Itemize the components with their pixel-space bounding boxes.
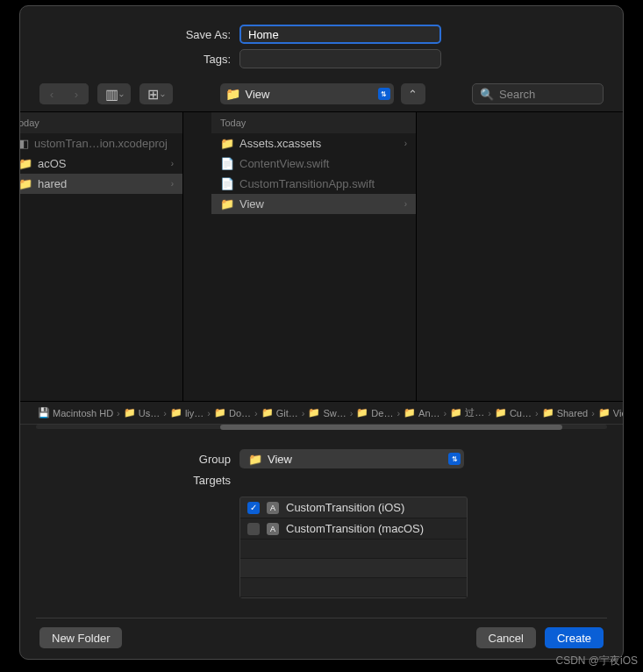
breadcrumb-item[interactable]: 📁De… <box>356 407 393 418</box>
folder-icon: 📁 <box>220 137 234 150</box>
list-item[interactable]: 📁acOS› <box>20 154 182 174</box>
view-mode-columns[interactable]: ▥ ⌵ <box>97 83 131 104</box>
breadcrumb-item[interactable]: 💾Macintosh HD <box>38 407 113 418</box>
chevron-left-icon: ‹ <box>50 88 54 101</box>
columns-icon: ▥ <box>105 86 118 103</box>
breadcrumb-label: De… <box>371 408 393 418</box>
breadcrumb: 💾Macintosh HD›📁Us…›📁liy…›📁Do…›📁Git…›📁Sw…… <box>20 402 623 425</box>
chevron-right-icon: › <box>444 408 447 418</box>
app-icon: A <box>267 502 279 514</box>
forward-button[interactable]: › <box>64 83 89 104</box>
search-input[interactable]: 🔍 Search <box>472 83 604 104</box>
cancel-button[interactable]: Cancel <box>476 627 536 648</box>
group-targets-section: Group 📁 View ⇅ Targets ✓ACustomTransitio… <box>20 429 623 607</box>
search-icon: 🔍 <box>480 88 494 101</box>
scroll-thumb[interactable] <box>220 425 562 430</box>
breadcrumb-item[interactable]: 📁Cu… <box>495 407 532 418</box>
breadcrumb-item[interactable]: 📁An… <box>404 407 439 418</box>
item-name: Assets.xcassets <box>239 137 399 150</box>
file-browser: oday ◧ustomTran…ion.xcodeproj📁acOS›📁hare… <box>20 111 623 402</box>
column-header: Today <box>211 112 416 133</box>
disk-icon: 💾 <box>38 407 50 418</box>
chevron-up-icon: ⌃ <box>408 88 418 101</box>
breadcrumb-item[interactable]: 📁Do… <box>214 407 251 418</box>
item-name: ContentView.swift <box>239 157 407 170</box>
horizontal-scrollbar[interactable] <box>36 425 607 429</box>
chevron-right-icon: › <box>591 408 595 418</box>
folder-icon: 📁 <box>261 407 274 418</box>
grid-icon: ⊞ <box>147 86 159 103</box>
target-row[interactable]: ACustomTransition (macOS) <box>240 518 467 540</box>
breadcrumb-label: Do… <box>229 408 251 418</box>
folder-icon: 📁 <box>598 407 611 418</box>
chevron-down-icon: ⌵ <box>119 90 124 98</box>
group-dropdown[interactable]: 📁 View ⇅ <box>239 449 464 468</box>
group-value: View <box>268 453 292 466</box>
list-item[interactable]: 📁Assets.xcassets› <box>211 133 416 154</box>
tags-label: Tags: <box>46 53 231 66</box>
breadcrumb-item[interactable]: 📁Git… <box>261 407 298 418</box>
target-row-empty <box>240 540 467 559</box>
targets-list: ✓ACustomTransition (iOS)ACustomTransitio… <box>239 497 468 598</box>
search-placeholder: Search <box>499 88 535 101</box>
collapse-button[interactable]: ⌃ <box>401 83 425 104</box>
app-icon: A <box>267 523 279 535</box>
breadcrumb-item[interactable]: 📁View <box>598 407 623 418</box>
project-icon: ◧ <box>20 137 29 150</box>
breadcrumb-label: Cu… <box>510 408 532 418</box>
target-row-empty <box>240 559 467 578</box>
save-as-label: Save As: <box>46 28 231 41</box>
breadcrumb-item[interactable]: 📁Sw… <box>308 407 346 418</box>
checkbox[interactable] <box>247 523 260 535</box>
folder-icon: 📁 <box>225 87 240 101</box>
list-item[interactable]: 📁View› <box>211 194 416 214</box>
item-name: acOS <box>38 157 166 170</box>
breadcrumb-label: An… <box>418 408 439 418</box>
chevron-right-icon: › <box>171 159 174 168</box>
save-as-input[interactable] <box>239 25 441 44</box>
list-item[interactable]: 📄ContentView.swift <box>211 154 416 174</box>
path-dropdown[interactable]: 📁 View ⇅ <box>220 83 394 104</box>
item-name: ustomTran…ion.xcodeproj <box>34 137 174 150</box>
checkbox[interactable]: ✓ <box>247 502 260 514</box>
breadcrumb-label: liy… <box>185 408 204 418</box>
folder-icon: 📁 <box>308 407 320 418</box>
target-name: CustomTransition (iOS) <box>286 501 404 514</box>
folder-icon: 📁 <box>495 407 507 418</box>
updown-icon: ⇅ <box>448 453 461 465</box>
new-folder-button[interactable]: New Folder <box>39 627 122 648</box>
group-label: Group <box>46 453 231 466</box>
chevron-right-icon: › <box>350 408 354 418</box>
chevron-right-icon: › <box>75 88 78 101</box>
breadcrumb-item[interactable]: 📁Us… <box>124 407 160 418</box>
browser-column-1: oday ◧ustomTran…ion.xcodeproj📁acOS›📁hare… <box>20 112 183 401</box>
tags-input[interactable] <box>239 49 441 68</box>
chevron-right-icon: › <box>397 408 400 418</box>
back-button[interactable]: ‹ <box>39 83 64 104</box>
chevron-right-icon: › <box>117 408 120 418</box>
breadcrumb-item[interactable]: 📁Shared <box>542 407 588 418</box>
chevron-right-icon: › <box>207 408 211 418</box>
column-header: oday <box>20 112 182 133</box>
breadcrumb-label: Git… <box>276 408 298 418</box>
item-name: View <box>239 197 399 211</box>
folder-icon: 📁 <box>248 453 262 466</box>
list-item[interactable]: 📁hared› <box>20 174 182 194</box>
list-item[interactable]: ◧ustomTran…ion.xcodeproj <box>20 133 182 154</box>
chevron-right-icon: › <box>488 408 491 418</box>
target-row[interactable]: ✓ACustomTransition (iOS) <box>240 497 467 518</box>
breadcrumb-label: View <box>613 408 623 418</box>
list-item[interactable]: 📄CustomTransitionApp.swift <box>211 174 416 194</box>
targets-label: Targets <box>46 474 231 487</box>
document-icon: 📄 <box>220 177 234 190</box>
watermark: CSDN @宇夜iOS <box>555 654 638 668</box>
breadcrumb-item[interactable]: 📁liy… <box>170 407 204 418</box>
save-as-row: Save As: <box>20 22 623 46</box>
view-mode-grid[interactable]: ⊞ ⌵ <box>139 83 173 104</box>
breadcrumb-label: 过… <box>465 406 484 419</box>
folder-icon: 📁 <box>404 407 416 418</box>
chevron-right-icon: › <box>171 179 174 189</box>
create-button[interactable]: Create <box>545 627 604 648</box>
nav-buttons: ‹ › <box>39 83 89 104</box>
breadcrumb-item[interactable]: 📁过… <box>450 406 484 419</box>
